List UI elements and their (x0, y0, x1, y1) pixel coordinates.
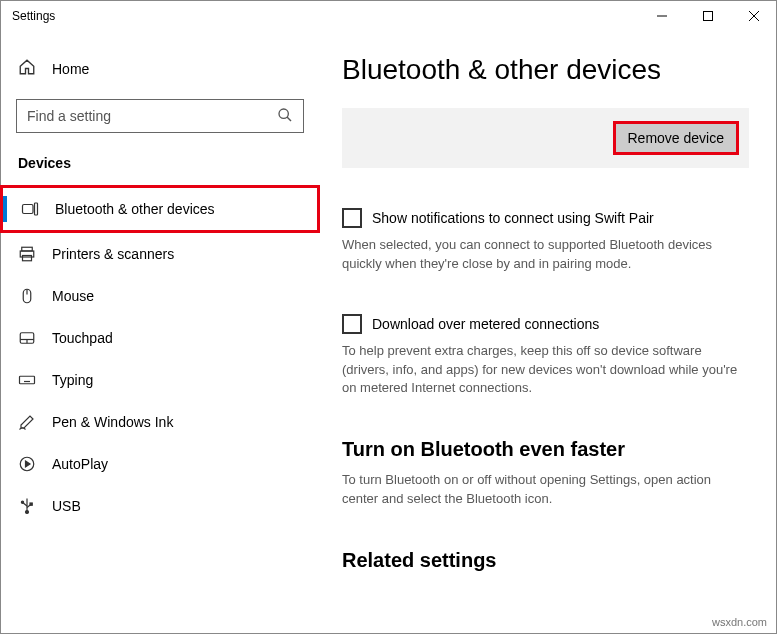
home-icon (18, 58, 36, 79)
checkbox-icon[interactable] (342, 314, 362, 334)
pen-icon (18, 413, 36, 431)
sidebar: Home Find a setting Devices Bluetooth & … (0, 32, 320, 634)
metered-description: To help prevent extra charges, keep this… (342, 342, 749, 399)
keyboard-icon (18, 371, 36, 389)
sidebar-item-label: USB (52, 498, 81, 514)
svg-point-25 (26, 511, 29, 514)
sidebar-item-usb[interactable]: USB (0, 485, 320, 527)
page-title: Bluetooth & other devices (342, 54, 749, 86)
sidebar-item-label: Typing (52, 372, 93, 388)
sidebar-item-typing[interactable]: Typing (0, 359, 320, 401)
svg-rect-27 (30, 503, 32, 505)
metered-option[interactable]: Download over metered connections (342, 314, 749, 334)
close-button[interactable] (731, 0, 777, 32)
swift-pair-description: When selected, you can connect to suppor… (342, 236, 749, 274)
sidebar-item-label: Mouse (52, 288, 94, 304)
sidebar-item-touchpad[interactable]: Touchpad (0, 317, 320, 359)
search-icon (277, 107, 293, 126)
home-nav[interactable]: Home (0, 50, 320, 87)
svg-rect-16 (20, 376, 35, 384)
sidebar-item-printers[interactable]: Printers & scanners (0, 233, 320, 275)
svg-point-4 (279, 109, 288, 118)
search-placeholder: Find a setting (27, 108, 111, 124)
minimize-button[interactable] (639, 0, 685, 32)
faster-description: To turn Bluetooth on or off without open… (342, 471, 749, 509)
mouse-icon (18, 287, 36, 305)
section-heading: Devices (0, 151, 320, 185)
faster-heading: Turn on Bluetooth even faster (342, 438, 749, 461)
autoplay-icon (18, 455, 36, 473)
svg-marker-23 (26, 461, 31, 467)
window-controls (639, 0, 777, 32)
sidebar-item-label: Pen & Windows Ink (52, 414, 173, 430)
sidebar-item-label: Printers & scanners (52, 246, 174, 262)
sidebar-item-mouse[interactable]: Mouse (0, 275, 320, 317)
home-label: Home (52, 61, 89, 77)
svg-point-26 (21, 501, 23, 503)
watermark: wsxdn.com (712, 616, 767, 628)
svg-line-5 (287, 117, 291, 121)
sidebar-item-label: AutoPlay (52, 456, 108, 472)
window-title: Settings (12, 9, 639, 23)
search-input[interactable]: Find a setting (16, 99, 304, 133)
checkbox-icon[interactable] (342, 208, 362, 228)
related-heading: Related settings (342, 549, 749, 572)
svg-rect-1 (704, 12, 713, 21)
content-pane: Bluetooth & other devices Remove device … (320, 32, 777, 634)
sidebar-item-pen[interactable]: Pen & Windows Ink (0, 401, 320, 443)
bluetooth-device-icon (21, 200, 39, 218)
title-bar: Settings (0, 0, 777, 32)
swift-pair-option[interactable]: Show notifications to connect using Swif… (342, 208, 749, 228)
maximize-button[interactable] (685, 0, 731, 32)
sidebar-item-bluetooth[interactable]: Bluetooth & other devices (0, 185, 320, 233)
svg-rect-6 (23, 205, 34, 214)
sidebar-item-label: Bluetooth & other devices (55, 201, 215, 217)
device-action-bar: Remove device (342, 108, 749, 168)
remove-device-button[interactable]: Remove device (613, 121, 740, 155)
sidebar-item-autoplay[interactable]: AutoPlay (0, 443, 320, 485)
metered-label: Download over metered connections (372, 316, 599, 332)
svg-rect-7 (35, 203, 38, 215)
sidebar-item-label: Touchpad (52, 330, 113, 346)
svg-rect-10 (23, 256, 32, 261)
touchpad-icon (18, 329, 36, 347)
printer-icon (18, 245, 36, 263)
usb-icon (18, 497, 36, 515)
swift-pair-label: Show notifications to connect using Swif… (372, 210, 654, 226)
